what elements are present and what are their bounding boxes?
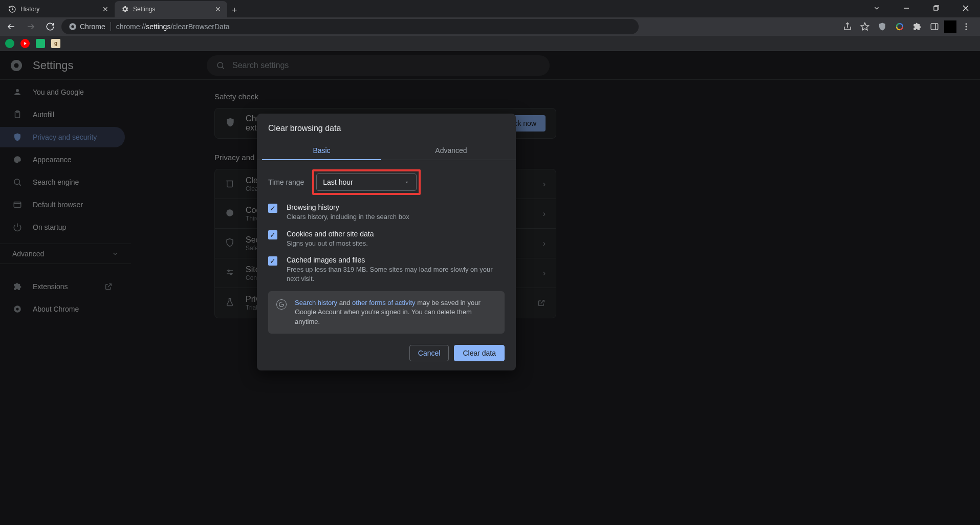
clear-browsing-data-dialog: Clear browsing data Basic Advanced Time … xyxy=(257,114,516,370)
site-info-icon[interactable]: Chrome xyxy=(69,23,105,31)
select-value: Last hour xyxy=(323,178,353,186)
svg-marker-39 xyxy=(406,182,408,183)
profile-avatar[interactable] xyxy=(944,20,956,33)
svg-point-18 xyxy=(966,29,967,30)
reload-button[interactable] xyxy=(42,18,58,35)
bookmark-item[interactable] xyxy=(36,39,45,48)
tab-label: History xyxy=(20,6,39,13)
time-range-highlight: Last hour xyxy=(312,169,421,195)
tab-advanced[interactable]: Advanced xyxy=(386,141,516,160)
close-window-icon[interactable] xyxy=(954,5,977,13)
svg-point-16 xyxy=(966,23,967,25)
extension-circle-icon[interactable] xyxy=(892,19,907,34)
checkbox-checked-icon[interactable]: ✓ xyxy=(268,230,277,239)
extensions-puzzle-icon[interactable] xyxy=(909,19,925,34)
browser-tab-settings[interactable]: Settings ✕ xyxy=(115,1,227,17)
close-tab-icon[interactable]: ✕ xyxy=(215,5,221,13)
bookmark-item[interactable] xyxy=(5,39,14,48)
chrome-label: Chrome xyxy=(80,23,105,31)
checkbox-checked-icon[interactable]: ✓ xyxy=(268,204,277,213)
window-controls xyxy=(865,0,980,17)
svg-marker-9 xyxy=(861,23,869,30)
bookmark-star-icon[interactable] xyxy=(857,19,873,34)
bookmarks-bar: g xyxy=(0,36,980,51)
history-icon xyxy=(8,5,16,13)
option-desc: Signs you out of most sites. xyxy=(287,239,374,248)
minimize-icon[interactable] xyxy=(895,5,918,13)
option-browsing-history[interactable]: ✓ Browsing history Clears history, inclu… xyxy=(268,203,505,222)
svg-rect-14 xyxy=(931,24,938,30)
time-range-label: Time range xyxy=(268,178,304,186)
dialog-tabs: Basic Advanced xyxy=(257,141,516,160)
option-title: Cookies and other site data xyxy=(287,230,374,238)
cancel-button[interactable]: Cancel xyxy=(409,345,449,361)
checkbox-checked-icon[interactable]: ✓ xyxy=(268,256,277,266)
svg-point-17 xyxy=(966,26,967,28)
svg-rect-1 xyxy=(933,7,937,10)
google-g-icon xyxy=(276,299,287,310)
option-desc: Frees up less than 319 MB. Some sites ma… xyxy=(287,265,505,283)
divider xyxy=(111,22,111,31)
browser-toolbar: Chrome chrome://settings/clearBrowserDat… xyxy=(0,17,980,36)
address-bar[interactable]: Chrome chrome://settings/clearBrowserDat… xyxy=(61,19,639,34)
tab-label: Settings xyxy=(133,6,155,13)
svg-point-7 xyxy=(71,25,74,28)
clear-data-button[interactable]: Clear data xyxy=(454,345,505,361)
option-title: Browsing history xyxy=(287,203,409,211)
new-tab-button[interactable]: + xyxy=(227,3,242,17)
menu-kebab-icon[interactable] xyxy=(959,19,974,34)
window-titlebar: History ✕ Settings ✕ + xyxy=(0,0,980,17)
gear-icon xyxy=(121,5,129,13)
time-range-select[interactable]: Last hour xyxy=(316,173,417,191)
extension-ublock-icon[interactable] xyxy=(875,19,890,34)
info-text: Search history and other forms of activi… xyxy=(295,298,496,326)
search-history-link[interactable]: Search history xyxy=(295,299,337,307)
browser-tab-history[interactable]: History ✕ xyxy=(2,1,115,17)
svg-marker-19 xyxy=(24,42,27,45)
share-icon[interactable] xyxy=(840,19,855,34)
option-title: Cached images and files xyxy=(287,256,505,264)
tab-search-icon[interactable] xyxy=(865,5,888,13)
back-button[interactable] xyxy=(3,18,19,35)
url-text: chrome://settings/clearBrowserData xyxy=(116,23,230,31)
option-cookies[interactable]: ✓ Cookies and other site data Signs you … xyxy=(268,230,505,248)
dropdown-caret-icon xyxy=(404,179,410,185)
forward-button xyxy=(23,18,39,35)
bookmark-item[interactable] xyxy=(20,39,30,48)
maximize-icon[interactable] xyxy=(925,5,947,12)
option-cached[interactable]: ✓ Cached images and files Frees up less … xyxy=(268,256,505,283)
tab-basic[interactable]: Basic xyxy=(257,141,386,160)
google-account-info: Search history and other forms of activi… xyxy=(268,291,505,334)
option-desc: Clears history, including in the search … xyxy=(287,212,409,222)
dialog-title: Clear browsing data xyxy=(257,114,516,141)
side-panel-icon[interactable] xyxy=(927,19,942,34)
close-tab-icon[interactable]: ✕ xyxy=(102,5,108,13)
bookmark-item[interactable]: g xyxy=(51,39,60,48)
other-activity-link[interactable]: other forms of activity xyxy=(352,299,416,307)
